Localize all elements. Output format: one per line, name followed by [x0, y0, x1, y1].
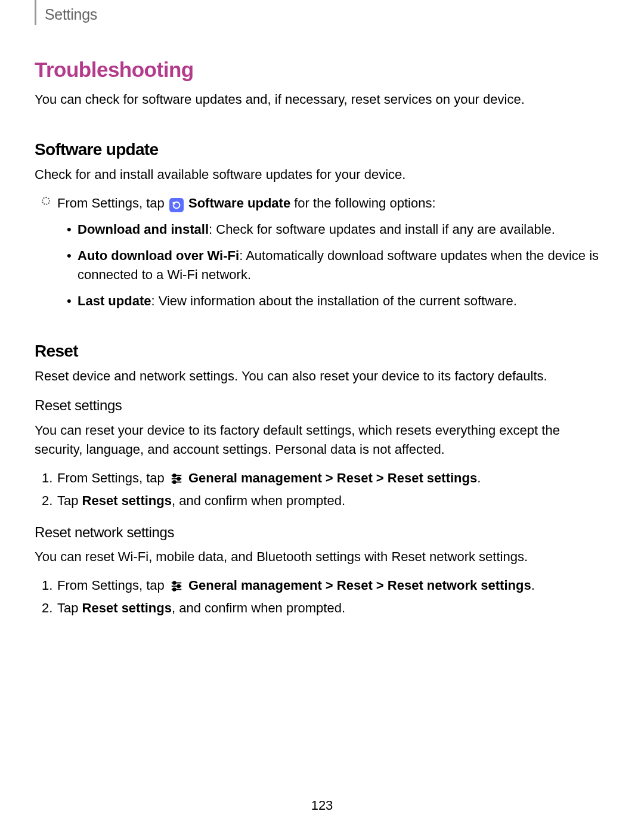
svg-point-3 — [177, 478, 180, 481]
list-item: From Settings, tap General management > … — [57, 576, 609, 595]
page-title: Troubleshooting — [35, 55, 609, 85]
sliders-icon — [169, 472, 184, 486]
svg-point-11 — [173, 589, 176, 592]
reset-settings-desc: You can reset your device to its factory… — [35, 421, 609, 459]
step-pre: Tap — [57, 493, 82, 508]
breadcrumb: Settings — [35, 0, 609, 25]
reset-network-steps: From Settings, tap General management > … — [35, 576, 609, 618]
reset-network-heading: Reset network settings — [35, 522, 609, 543]
list-item: From Settings, tap Software update for t… — [57, 194, 609, 310]
reset-settings-heading: Reset settings — [35, 395, 609, 416]
software-update-list: From Settings, tap Software update for t… — [35, 194, 609, 310]
svg-point-1 — [173, 474, 176, 477]
list-item: Tap Reset settings, and confirm when pro… — [57, 491, 609, 510]
reset-network-desc: You can reset Wi-Fi, mobile data, and Bl… — [35, 547, 609, 566]
reset-heading: Reset — [35, 339, 609, 364]
item-term: Download and install — [78, 222, 209, 237]
software-update-desc: Check for and install available software… — [35, 165, 609, 184]
step-bold: General management > Reset > Reset netwo… — [188, 578, 531, 593]
svg-point-9 — [177, 585, 180, 588]
step-pre: From Settings, tap — [57, 578, 168, 593]
step-bold: General management > Reset > Reset setti… — [188, 470, 477, 485]
refresh-icon — [169, 198, 184, 212]
lead-pre: From Settings, tap — [57, 196, 168, 210]
step-pre: From Settings, tap — [57, 470, 168, 485]
item-desc: : View information about the installatio… — [151, 293, 517, 308]
step-post: , and confirm when prompted. — [172, 493, 345, 508]
list-item: Tap Reset settings, and confirm when pro… — [57, 599, 609, 618]
breadcrumb-text: Settings — [45, 6, 97, 23]
software-update-section: Software update Check for and install av… — [35, 138, 609, 311]
page-number: 123 — [0, 796, 644, 815]
svg-point-5 — [173, 481, 176, 484]
step-post: , and confirm when prompted. — [172, 600, 345, 615]
step-post: . — [531, 578, 535, 593]
list-item: Auto download over Wi-Fi: Automatically … — [78, 246, 609, 284]
list-item: Last update: View information about the … — [78, 292, 609, 311]
step-bold: Reset settings — [82, 600, 172, 615]
step-bold: Reset settings — [82, 493, 172, 508]
item-desc: : Check for software updates and install… — [209, 222, 555, 237]
list-item: Download and install: Check for software… — [78, 220, 609, 239]
step-pre: Tap — [57, 600, 82, 615]
sliders-icon — [169, 579, 184, 593]
svg-point-7 — [173, 582, 176, 585]
list-item: From Settings, tap General management > … — [57, 469, 609, 488]
step-post: . — [477, 470, 481, 485]
lead-bold: Software update — [188, 196, 290, 210]
circle-bullet-icon — [42, 197, 50, 205]
intro-text: You can check for software updates and, … — [35, 90, 609, 109]
lead-post: for the following options: — [290, 196, 435, 210]
software-update-heading: Software update — [35, 138, 609, 162]
item-term: Auto download over Wi-Fi — [78, 248, 239, 263]
item-term: Last update — [78, 293, 151, 308]
sublist: Download and install: Check for software… — [57, 220, 609, 311]
reset-section: Reset Reset device and network settings.… — [35, 339, 609, 618]
reset-settings-steps: From Settings, tap General management > … — [35, 469, 609, 510]
reset-desc: Reset device and network settings. You c… — [35, 367, 609, 386]
